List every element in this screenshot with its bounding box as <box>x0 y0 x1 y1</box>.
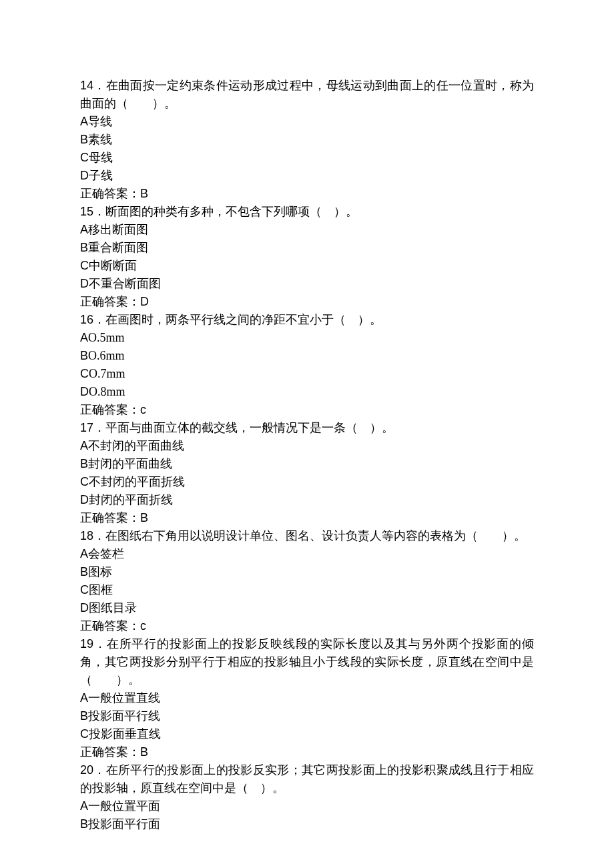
option-line: B素线 <box>80 131 534 149</box>
document-page: 14．在曲面按一定约束条件运动形成过程中，母线运动到曲面上的任一位置时，称为曲面… <box>0 0 614 868</box>
option-text: 一般位置直线 <box>88 691 160 705</box>
option-line: AO.5mm <box>80 329 534 347</box>
option-letter: A <box>80 331 88 344</box>
option-line: A导线 <box>80 113 534 131</box>
option-letter: A <box>80 799 88 813</box>
option-line: A一般位置直线 <box>80 689 534 707</box>
option-line: D不重合断面图 <box>80 275 534 293</box>
question-number: 15 <box>80 205 93 218</box>
option-text: O.7mm <box>89 367 125 380</box>
answer-line: 正确答案：B <box>80 185 534 203</box>
option-letter: D <box>80 493 89 506</box>
option-letter: D <box>80 385 89 398</box>
option-text: 素线 <box>88 133 112 146</box>
option-line: C投影面垂直线 <box>80 725 534 743</box>
option-text: 中断断面 <box>89 259 137 272</box>
option-text: 图纸目录 <box>89 601 137 614</box>
answer-line: 正确答案：c <box>80 617 534 635</box>
option-letter: B <box>80 241 88 254</box>
question-block: 17．平面与曲面立体的截交线，一般情况下是一条（ ）。A不封闭的平面曲线B封闭的… <box>80 419 534 527</box>
option-text: 图框 <box>89 583 113 596</box>
option-line: A会签栏 <box>80 545 534 563</box>
answer-value: c <box>140 619 146 632</box>
option-letter: A <box>80 115 88 128</box>
option-line: D图纸目录 <box>80 599 534 617</box>
option-letter: C <box>80 583 89 596</box>
option-text: 一般位置平面 <box>88 799 160 813</box>
option-line: B封闭的平面曲线 <box>80 455 534 473</box>
option-line: A一般位置平面 <box>80 797 534 815</box>
question-number: 14 <box>80 79 93 92</box>
option-letter: B <box>80 817 88 831</box>
option-letter: B <box>80 349 88 362</box>
question-number: 20 <box>80 763 93 777</box>
option-line: B投影面平行面 <box>80 815 534 833</box>
answer-value: D <box>140 295 149 308</box>
option-letter: C <box>80 727 89 741</box>
question-stem: 15．断面图的种类有多种，不包含下列哪项（ ）。 <box>80 203 534 221</box>
option-letter: B <box>80 709 88 723</box>
option-line: BO.6mm <box>80 347 534 365</box>
option-letter: A <box>80 439 88 452</box>
option-text: 封闭的平面折线 <box>89 493 173 506</box>
answer-label: 正确答案： <box>80 745 140 759</box>
option-text: 移出断面图 <box>88 223 148 236</box>
option-letter: D <box>80 601 89 614</box>
question-block: 14．在曲面按一定约束条件运动形成过程中，母线运动到曲面上的任一位置时，称为曲面… <box>80 77 534 203</box>
option-letter: C <box>80 367 89 380</box>
question-text: ．在图纸右下角用以说明设计单位、图名、设计负责人等内容的表格为（ ）。 <box>93 529 526 542</box>
question-block: 15．断面图的种类有多种，不包含下列哪项（ ）。A移出断面图B重合断面图C中断断… <box>80 203 534 311</box>
question-text: ．在画图时，两条平行线之间的净距不宜小于（ ）。 <box>93 313 382 326</box>
option-letter: A <box>80 223 88 236</box>
question-stem: 18．在图纸右下角用以说明设计单位、图名、设计负责人等内容的表格为（ ）。 <box>80 527 534 545</box>
question-block: 20．在所平行的投影面上的投影反实形；其它两投影面上的投影积聚成线且行于相应的投… <box>80 761 534 833</box>
option-letter: B <box>80 133 88 146</box>
option-letter: C <box>80 259 89 272</box>
option-letter: A <box>80 547 88 560</box>
option-line: C图框 <box>80 581 534 599</box>
option-line: A移出断面图 <box>80 221 534 239</box>
option-text: 投影面平行面 <box>88 817 160 831</box>
option-letter: A <box>80 691 88 705</box>
question-number: 19 <box>80 637 93 650</box>
option-line: C不封闭的平面折线 <box>80 473 534 491</box>
question-text: ．在所平行的投影面上的投影反实形；其它两投影面上的投影积聚成线且行于相应的投影轴… <box>80 763 534 795</box>
option-text: 重合断面图 <box>88 241 148 254</box>
question-number: 18 <box>80 529 93 542</box>
answer-value: B <box>140 745 148 759</box>
answer-label: 正确答案： <box>80 403 140 416</box>
option-text: 封闭的平面曲线 <box>88 457 172 470</box>
option-line: CO.7mm <box>80 365 534 383</box>
option-line: C母线 <box>80 149 534 167</box>
option-letter: D <box>80 169 89 182</box>
question-block: 16．在画图时，两条平行线之间的净距不宜小于（ ）。AO.5mmBO.6mmCO… <box>80 311 534 419</box>
question-block: 18．在图纸右下角用以说明设计单位、图名、设计负责人等内容的表格为（ ）。A会签… <box>80 527 534 635</box>
answer-value: B <box>140 187 148 200</box>
question-stem: 19．在所平行的投影面上的投影反映线段的实际长度以及其与另外两个投影面的倾角，其… <box>80 635 534 689</box>
answer-value: B <box>140 511 148 524</box>
answer-value: c <box>140 403 146 416</box>
option-text: 投影面平行线 <box>88 709 160 723</box>
question-text: ．在所平行的投影面上的投影反映线段的实际长度以及其与另外两个投影面的倾角，其它两… <box>80 637 534 687</box>
question-block: 19．在所平行的投影面上的投影反映线段的实际长度以及其与另外两个投影面的倾角，其… <box>80 635 534 761</box>
option-text: 导线 <box>88 115 112 128</box>
question-text: ．断面图的种类有多种，不包含下列哪项（ ）。 <box>93 205 358 218</box>
option-letter: D <box>80 277 89 290</box>
option-line: B图标 <box>80 563 534 581</box>
option-line: B投影面平行线 <box>80 707 534 725</box>
answer-line: 正确答案：c <box>80 401 534 419</box>
option-text: 会签栏 <box>88 547 124 560</box>
option-letter: C <box>80 151 89 164</box>
option-text: O.5mm <box>88 331 125 344</box>
option-line: B重合断面图 <box>80 239 534 257</box>
option-line: DO.8mm <box>80 383 534 401</box>
answer-label: 正确答案： <box>80 295 140 308</box>
answer-label: 正确答案： <box>80 619 140 632</box>
option-text: 母线 <box>89 151 113 164</box>
option-text: 不重合断面图 <box>89 277 161 290</box>
option-line: D封闭的平面折线 <box>80 491 534 509</box>
option-text: O.8mm <box>89 385 125 398</box>
option-text: 图标 <box>88 565 112 578</box>
option-letter: B <box>80 457 88 470</box>
question-number: 17 <box>80 421 93 434</box>
